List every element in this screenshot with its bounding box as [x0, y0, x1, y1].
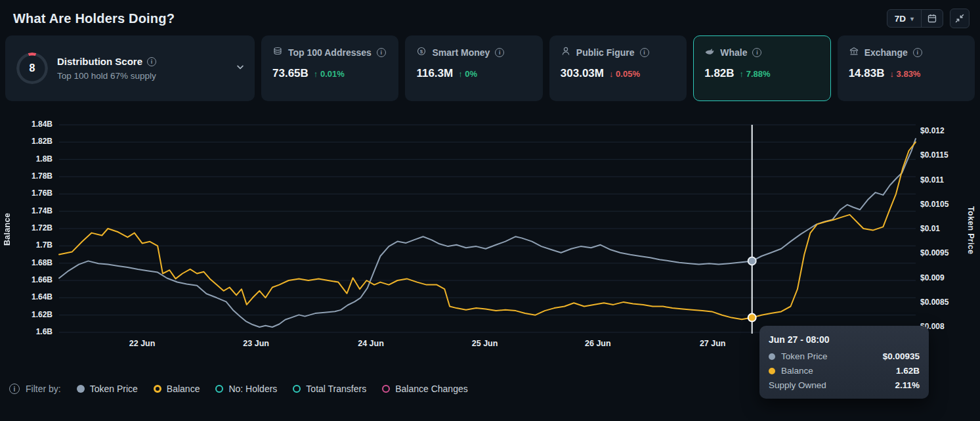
tooltip-row-balance: Balance 1.62B	[769, 366, 920, 376]
stat-change: ↓ 3.83%	[889, 69, 920, 79]
holders-chart: Balance Token Price Jun 27 - 08:00 Token…	[0, 109, 980, 372]
left-axis-tick: 1.78B	[0, 171, 53, 181]
x-axis-tick: 25 Jun	[472, 339, 498, 348]
tooltip-row-supply-owned: Supply Owned 2.11%	[769, 380, 920, 390]
stat-value: 303.03M	[561, 67, 604, 80]
balance-line	[59, 142, 916, 319]
stat-change: ↑ 0.01%	[314, 69, 345, 79]
right-axis-title: Token Price	[966, 206, 975, 254]
legend-item-no-holders[interactable]: No: Holders	[215, 384, 277, 394]
range-dropdown-button[interactable]: 7D ▾	[887, 10, 922, 27]
info-icon[interactable]: i	[9, 384, 20, 394]
right-axis-tick: $0.0105	[920, 200, 948, 209]
tooltip-value: 1.62B	[896, 366, 920, 376]
legend-label: Total Transfers	[306, 384, 366, 394]
left-axis-tick: 1.7B	[0, 240, 53, 250]
info-icon[interactable]: i	[147, 57, 156, 66]
stat-card-whale[interactable]: Whale i 1.82B ↑ 7.88%	[693, 35, 830, 101]
tooltip-value: $0.00935	[883, 351, 920, 361]
x-axis-tick: 26 Jun	[585, 339, 611, 348]
collapse-button[interactable]	[950, 9, 969, 28]
stat-label: Exchange	[864, 47, 908, 58]
left-axis-tick: 1.8B	[0, 154, 53, 164]
stat-card-top100[interactable]: Top 100 Addresses i 73.65B ↑ 0.01%	[261, 35, 398, 101]
x-axis-tick: 27 Jun	[700, 339, 726, 348]
stat-label: Public Figure	[576, 47, 635, 58]
chevron-down-icon: ▾	[910, 15, 914, 22]
crosshair-token-price-marker	[748, 257, 756, 265]
person-icon	[561, 46, 571, 58]
left-axis-tick: 1.64B	[0, 292, 53, 301]
legend-item-token-price[interactable]: Token Price	[77, 384, 138, 394]
no-holders-legend-dot	[215, 385, 223, 393]
coins-icon	[272, 46, 283, 58]
collapse-arrows-icon	[954, 13, 965, 24]
stat-cards-row: 8 Distribution Score i Top 100 hold 67% …	[5, 35, 975, 101]
info-icon[interactable]: i	[913, 48, 922, 57]
left-axis-tick: 1.74B	[0, 206, 53, 215]
legend-item-balance[interactable]: Balance	[154, 384, 200, 394]
token-price-legend-dot	[77, 385, 85, 393]
right-axis-tick: $0.0095	[920, 248, 948, 257]
svg-text:$: $	[420, 49, 423, 55]
left-axis-tick: 1.72B	[0, 223, 53, 233]
token-price-dot	[769, 353, 775, 360]
right-axis-tick: $0.0115	[920, 150, 948, 160]
balance-changes-legend-dot	[382, 385, 390, 393]
legend-label: Token Price	[90, 384, 138, 394]
right-axis-tick: $0.009	[920, 273, 945, 282]
distribution-score-gauge: 8	[16, 53, 48, 84]
x-axis-tick: 24 Jun	[358, 339, 384, 348]
stat-card-public-figure[interactable]: Public Figure i 303.03M ↓ 0.05%	[549, 35, 687, 101]
whale-icon	[704, 46, 715, 58]
right-axis-tick: $0.01	[920, 224, 940, 233]
legend-label: Balance Changes	[395, 384, 468, 394]
stat-value: 14.83B	[849, 67, 885, 80]
token-price-line	[59, 139, 916, 327]
total-transfers-legend-dot	[293, 385, 301, 393]
stat-value: 1.82B	[704, 67, 734, 80]
tooltip-label: Supply Owned	[769, 380, 826, 390]
calendar-icon	[927, 13, 937, 24]
x-axis-tick: 23 Jun	[243, 339, 269, 348]
distribution-score-label: Distribution Score	[57, 56, 142, 67]
range-control: 7D ▾	[887, 9, 943, 28]
info-icon[interactable]: i	[752, 48, 761, 57]
range-label: 7D	[895, 14, 906, 24]
info-icon[interactable]: i	[377, 48, 386, 57]
left-axis-tick: 1.6B	[0, 327, 53, 336]
stat-value: 73.65B	[272, 67, 309, 80]
chart-tooltip: Jun 27 - 08:00 Token Price $0.00935 Bala…	[759, 326, 929, 399]
stat-change: ↑ 7.88%	[740, 69, 771, 79]
header: What Are Holders Doing? 7D ▾	[0, 0, 980, 34]
legend-label: Balance	[167, 384, 200, 394]
balance-dot	[769, 368, 775, 374]
calendar-button[interactable]	[922, 10, 943, 27]
chevron-down-icon[interactable]	[234, 61, 246, 76]
filter-by-label: Filter by:	[26, 384, 61, 394]
distribution-score-card[interactable]: 8 Distribution Score i Top 100 hold 67% …	[5, 35, 255, 101]
legend-item-total-transfers[interactable]: Total Transfers	[293, 384, 366, 394]
tooltip-label: Token Price	[781, 351, 828, 361]
stat-card-smart-money[interactable]: $ Smart Money i 116.3M ↑ 0%	[405, 35, 542, 101]
distribution-score-subtitle: Top 100 hold 67% supply	[57, 71, 225, 81]
stat-value: 116.3M	[416, 67, 453, 80]
dollar-coin-icon: $	[416, 46, 427, 58]
right-axis-tick: $0.0085	[920, 298, 948, 307]
tooltip-row-token-price: Token Price $0.00935	[769, 351, 920, 361]
stat-label: Whale	[720, 47, 747, 58]
info-icon[interactable]: i	[495, 48, 504, 57]
left-axis-tick: 1.76B	[0, 188, 53, 198]
stat-card-exchange[interactable]: Exchange i 14.83B ↓ 3.83%	[838, 35, 975, 101]
right-axis-tick: $0.012	[920, 126, 945, 135]
tooltip-value: 2.11%	[895, 380, 920, 390]
legend-item-balance-changes[interactable]: Balance Changes	[382, 384, 468, 394]
tooltip-label: Balance	[781, 366, 813, 376]
info-icon[interactable]: i	[640, 48, 649, 57]
left-axis-tick: 1.62B	[0, 310, 53, 319]
stat-change: ↑ 0%	[458, 69, 477, 79]
page-title: What Are Holders Doing?	[13, 11, 175, 26]
legend-label: No: Holders	[228, 384, 277, 394]
stat-change: ↓ 0.05%	[609, 69, 640, 79]
left-axis-tick: 1.82B	[0, 137, 53, 146]
